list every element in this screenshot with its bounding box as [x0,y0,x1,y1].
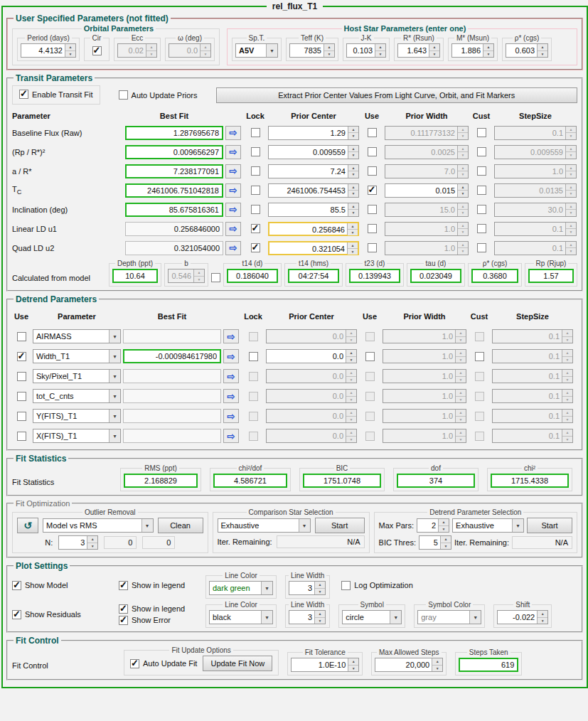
prior-center-value[interactable]: 1.29 [269,127,348,139]
residuals-line-width-value[interactable]: 3 [289,611,314,624]
spin-down-icon[interactable] [456,417,466,423]
spin-up-icon[interactable] [87,536,97,543]
spin-up-icon[interactable] [346,350,356,357]
spin-up-icon[interactable] [348,223,358,230]
residuals-show-in-legend[interactable]: Show in legend [119,604,205,614]
spin-up-icon[interactable] [439,519,449,526]
rstar-spinner[interactable]: 1.643 [397,43,440,58]
spin-up-icon[interactable] [432,658,442,666]
spin-up-icon[interactable] [456,410,466,417]
spin-down-icon[interactable] [566,171,576,178]
residuals-legend-checkbox[interactable] [119,604,128,614]
fit-tolerance-value[interactable]: 1.0E-10 [292,658,348,671]
spin-down-icon[interactable] [346,397,356,403]
spin-down-icon[interactable] [87,543,97,550]
spin-up-icon[interactable] [566,242,576,249]
cust-checkbox[interactable] [477,128,486,137]
copy-best-fit-button[interactable]: ⇨ [225,164,241,178]
detrend-parameter-combo[interactable]: AIRMASS▾ [33,329,121,343]
lock-checkbox[interactable] [251,205,260,214]
spectral-type-combo[interactable]: A5V ▾ [235,43,278,58]
spin-down-icon[interactable] [456,337,466,343]
stepsize-spinner[interactable]: 0.1 [494,241,577,255]
spin-down-icon[interactable] [348,191,358,197]
spin-down-icon[interactable] [348,152,358,159]
prior-center-spinner[interactable]: 0.0 [266,409,357,423]
spin-down-icon[interactable] [562,417,572,423]
spin-down-icon[interactable] [458,171,468,178]
use-detrend-checkbox[interactable] [17,412,26,421]
auto-update-priors[interactable]: Auto Update Priors [119,90,198,100]
spin-down-icon[interactable] [348,666,358,672]
residuals-line-width-spinner[interactable]: 3 [289,610,326,624]
cust-checkbox[interactable] [475,332,484,341]
prior-width-spinner[interactable]: 1.0 [383,389,466,403]
enable-transit-fit-checkbox[interactable] [19,90,28,99]
cust-checkbox[interactable] [475,352,484,361]
jk-spinner[interactable]: 0.103 [346,43,386,58]
period-value[interactable]: 4.4132 [21,44,65,57]
max-allowed-steps-spinner[interactable]: 20,000 [375,658,443,672]
log-optimization[interactable]: Log Optimization [341,581,413,590]
spin-up-icon[interactable] [562,429,572,437]
b-lock-checkbox[interactable] [211,273,220,282]
spin-down-icon[interactable] [456,357,466,363]
spin-up-icon[interactable] [346,370,356,377]
copy-best-fit-button[interactable]: ⇨ [225,222,241,236]
spin-up-icon[interactable] [346,410,356,417]
lock-checkbox[interactable] [251,224,260,233]
model-line-color-combo[interactable]: dark green▾ [209,581,273,595]
copy-best-fit-button[interactable]: ⇨ [223,409,239,423]
prior-width-spinner[interactable]: 0.015 [385,183,469,198]
stepsize-spinner[interactable]: 0.1 [492,429,573,443]
copy-best-fit-button[interactable]: ⇨ [223,349,239,363]
auto-update-fit[interactable]: Auto Update Fit [130,659,197,668]
spin-up-icon[interactable] [348,658,358,666]
spin-down-icon[interactable] [324,51,334,58]
use-prior-checkbox[interactable] [365,412,375,421]
prior-width-spinner[interactable]: 1.0 [383,369,466,383]
spin-up-icon[interactable] [201,44,210,51]
rstar-value[interactable]: 1.643 [398,44,429,57]
spin-up-icon[interactable] [456,350,466,357]
stepsize-spinner[interactable]: 0.1 [492,369,573,383]
use-prior-checkbox[interactable] [365,372,375,381]
detrend-parameter-combo[interactable]: Sky/Pixel_T1▾ [33,369,121,383]
prior-center-value[interactable]: 0.0 [267,350,346,363]
prior-width-spinner[interactable]: 1.0 [385,222,469,236]
copy-best-fit-button[interactable]: ⇨ [225,145,241,159]
spin-up-icon[interactable] [566,146,576,153]
prior-center-spinner[interactable]: 7.24 [268,164,359,178]
cust-checkbox[interactable] [475,392,484,401]
jk-value[interactable]: 0.103 [347,44,375,57]
spin-down-icon[interactable] [566,191,576,197]
prior-width-spinner[interactable]: 7.0 [385,164,469,178]
spin-up-icon[interactable] [458,127,468,134]
spin-down-icon[interactable] [458,152,468,159]
cust-checkbox[interactable] [477,205,486,214]
max-pars-spinner[interactable]: 2 [417,518,449,533]
spin-down-icon[interactable] [315,618,325,624]
eccentricity-spinner[interactable]: 0.02 [117,43,157,58]
spin-up-icon[interactable] [348,165,358,172]
cust-checkbox[interactable] [477,166,486,176]
spin-up-icon[interactable] [566,184,576,191]
stepsize-spinner[interactable]: 0.1 [492,329,573,343]
lock-checkbox[interactable] [251,166,260,176]
b-spinner[interactable]: 0.546 [168,269,205,283]
prior-center-spinner[interactable]: 0.321054 [268,241,359,255]
spin-up-icon[interactable] [458,223,468,230]
spin-up-icon[interactable] [538,44,547,51]
mstar-value[interactable]: 1.886 [452,44,483,57]
prior-center-value[interactable]: 0.321054 [269,242,347,254]
show-error-checkbox[interactable] [119,616,128,625]
spin-up-icon[interactable] [456,330,466,337]
stepsize-spinner[interactable]: 30.0 [494,203,577,217]
lock-checkbox[interactable] [251,147,260,156]
cust-checkbox[interactable] [475,372,484,381]
detrend-selection-start-button[interactable]: Start [527,518,572,533]
cust-checkbox[interactable] [475,432,484,441]
prior-center-spinner[interactable]: 1.29 [268,126,359,140]
prior-width-spinner[interactable]: 1.0 [383,429,466,443]
cust-checkbox[interactable] [477,224,486,233]
